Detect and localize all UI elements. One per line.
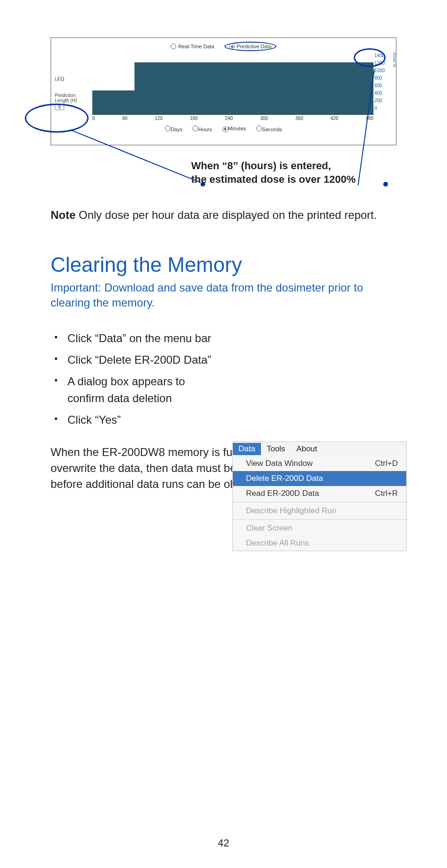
annotation-ellipse-input [25,104,89,133]
chart-plot-area [92,54,373,115]
annotation-dot-right [383,182,388,187]
step-item: Click “Data” on the menu bar [63,330,396,347]
menu-item-read-data[interactable]: Read ER-200D DataCtrl+R [233,486,406,501]
step-item: Click “Yes” [63,412,396,428]
menu-separator [233,502,406,502]
chart-callout: When “8” (hours) is entered, the estimat… [191,159,396,186]
section-heading: Clearing the Memory [51,253,396,277]
seconds-radio[interactable]: Seconds [256,126,282,132]
predictive-radio[interactable]: Predictive Data [224,42,276,51]
menu-item-describe-all: Describe All Runs [233,536,406,551]
menu-item-view-data[interactable]: View Data WindowCtrl+D [233,456,406,471]
step-item: Click “Delete ER-200D Data” [63,352,396,368]
predictive-chart-panel: Real-Time Data Predictive Data LEQ Predi… [51,37,396,145]
annotation-ellipse-peak [354,48,386,67]
data-menu: Data Tools About View Data WindowCtrl+D … [232,441,407,551]
menu-item-delete-data[interactable]: Delete ER-200D Data [233,471,406,486]
note-paragraph: Note Only dose per hour data are display… [51,208,396,223]
menu-tools[interactable]: Tools [261,443,291,455]
menu-about[interactable]: About [291,443,323,455]
menu-dropdown: View Data WindowCtrl+D Delete ER-200D Da… [233,456,406,551]
days-radio[interactable]: Days [165,126,182,132]
chart-x-axis: 060120 180240300 360420480 [55,115,392,121]
important-note: Important: Download and save data from t… [51,280,396,311]
minutes-radio[interactable]: Minutes [223,126,246,132]
menu-bar: Data Tools About [233,442,406,456]
menu-separator [233,519,406,520]
hours-radio[interactable]: Hours [193,126,212,132]
realtime-radio[interactable]: Real-Time Data [171,42,214,51]
chart-mode-radios: Real-Time Data Predictive Data [55,42,392,51]
chart-unit-radios: Days Hours Minutes Seconds [55,126,392,132]
steps-list: Click “Data” on the menu bar Click “Dele… [51,330,396,428]
page-number: 42 [0,837,447,849]
menu-data[interactable]: Data [233,443,261,455]
menu-item-describe-highlighted: Describe Highlighted Run [233,503,406,518]
step-item: A dialog box appears to confirm data del… [63,373,208,407]
annotation-dot-left [201,182,205,187]
menu-item-clear-screen: Clear Screen [233,521,406,536]
